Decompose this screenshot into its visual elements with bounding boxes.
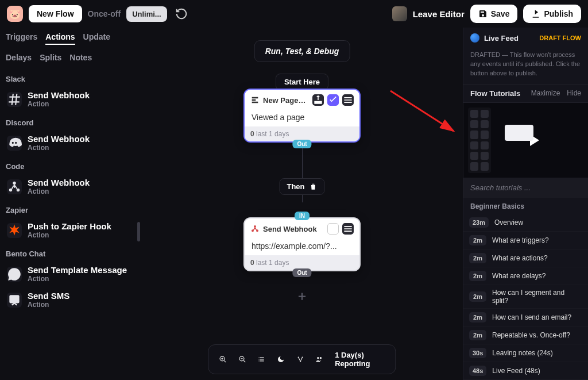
hide-button[interactable]: Hide: [567, 89, 581, 97]
users-icon[interactable]: [316, 354, 324, 364]
action-title: Send Webhook: [28, 90, 90, 100]
topbar: 🐷 New Flow Once-off Unlimi... Leave Edit…: [0, 0, 588, 28]
moon-icon[interactable]: [277, 354, 285, 364]
tutorial-name: What are actions?: [492, 254, 548, 262]
tab-actions[interactable]: Actions: [45, 32, 75, 45]
node-title: New Pagevie...: [263, 96, 309, 105]
publish-label: Publish: [544, 9, 573, 18]
tutorial-item[interactable]: 2mRepeatable vs. Once-off?: [463, 327, 588, 344]
tab-delays[interactable]: Delays: [6, 53, 32, 66]
tutorial-item[interactable]: 30sLeaving notes (24s): [463, 344, 588, 362]
run-test-debug-button[interactable]: Run, Test, & Debug: [254, 40, 350, 62]
action-item[interactable]: Send WebhookAction: [0, 130, 141, 156]
leave-editor-button[interactable]: Leave Editor: [413, 9, 465, 19]
sidebar-scrollbar[interactable]: [137, 222, 140, 241]
publish-icon: [531, 9, 540, 18]
group-label: Bento Chat: [0, 244, 141, 262]
node-check-icon[interactable]: [327, 94, 339, 106]
svg-rect-3: [9, 295, 19, 303]
unlimited-chip[interactable]: Unlimi...: [126, 6, 167, 22]
tutorial-item[interactable]: 2mHow can I send an email?: [463, 309, 588, 327]
list-icon[interactable]: [258, 354, 266, 364]
tab-triggers[interactable]: Triggers: [6, 32, 37, 45]
chat-icon: [7, 267, 22, 282]
action-item[interactable]: Send WebhookAction: [0, 87, 141, 113]
publish-button[interactable]: Publish: [523, 5, 581, 23]
group-label: Zapier: [0, 200, 141, 218]
action-item[interactable]: Send Template MessageAction: [0, 262, 141, 287]
flow-canvas[interactable]: Run, Test, & Debug Start Here New Pagevi…: [141, 28, 463, 380]
flow-tutorials-title: Flow Tutorials: [470, 89, 524, 98]
trigger-node[interactable]: New Pagevie... Viewed a page 0 last 1 da…: [243, 89, 361, 143]
then-pill[interactable]: Then: [279, 178, 324, 195]
tutorial-item[interactable]: 2mWhat are delays?: [463, 267, 588, 285]
code-icon: [7, 179, 22, 194]
tutorial-duration: 30s: [469, 348, 486, 358]
node-empty-chip[interactable]: [327, 223, 339, 235]
tutorial-duration: 2m: [469, 235, 486, 245]
tutorial-duration: 2m: [469, 312, 486, 323]
node-title: Send Webhook: [263, 225, 324, 233]
svg-point-0: [9, 188, 12, 191]
tutorial-duration: 2m: [469, 291, 486, 302]
node-menu-icon[interactable]: [342, 223, 354, 235]
svg-point-9: [297, 356, 299, 358]
app-logo[interactable]: 🐷: [7, 6, 23, 22]
action-item[interactable]: Push to Zapier HookAction: [0, 218, 141, 244]
zoom-out-icon[interactable]: [238, 354, 246, 364]
action-sub: Action: [28, 231, 111, 239]
node-menu-icon[interactable]: [342, 94, 354, 106]
node-body: Viewed a page: [245, 110, 359, 126]
in-badge: IN: [295, 212, 310, 220]
tutorial-name: Live Feed (48s): [492, 367, 540, 375]
trash-icon[interactable]: [310, 183, 318, 191]
action-title: Send Template Message: [28, 265, 127, 275]
tutorial-video[interactable]: [463, 103, 588, 178]
zoom-in-icon[interactable]: [219, 354, 227, 364]
tutorial-item[interactable]: 23mOverview: [463, 214, 588, 232]
action-title: Send Webhook: [28, 178, 90, 187]
tutorial-item[interactable]: 2mWhat are triggers?: [463, 232, 588, 250]
node-export-icon[interactable]: [312, 94, 324, 106]
tutorial-item[interactable]: 2mWhat are actions?: [463, 250, 588, 267]
reload-icon[interactable]: [175, 7, 188, 20]
svg-point-1: [17, 188, 20, 191]
add-node-button[interactable]: ＋: [296, 287, 308, 305]
tab-splits[interactable]: Splits: [40, 53, 61, 66]
tutorial-name: How can I segment and split?: [492, 289, 582, 305]
tutorial-item[interactable]: 2mHow can I segment and split?: [463, 285, 588, 309]
svg-point-6: [254, 225, 256, 228]
maximize-button[interactable]: Maximize: [531, 89, 560, 97]
action-sub: Action: [28, 275, 127, 283]
tab-update[interactable]: Update: [83, 32, 110, 45]
tutorial-duration: 48s: [469, 366, 486, 376]
live-feed-title: Live Feed: [484, 34, 535, 43]
sidebar: TriggersActionsUpdateDelaysSplitsNotes S…: [0, 28, 141, 380]
tutorial-name: Overview: [494, 218, 523, 227]
action-item[interactable]: Send WebhookAction: [0, 174, 141, 200]
save-icon: [478, 9, 488, 18]
tutorial-name: Leaving notes (24s): [492, 349, 552, 357]
search-tutorials-input[interactable]: [463, 178, 588, 198]
action-item[interactable]: Send SMSAction: [0, 287, 141, 313]
zapier-icon: [7, 223, 22, 238]
branch-icon[interactable]: [296, 354, 304, 364]
new-flow-button[interactable]: New Flow: [29, 5, 82, 22]
save-button[interactable]: Save: [470, 5, 518, 23]
action-title: Push to Zapier Hook: [28, 221, 111, 231]
tutorial-duration: 2m: [469, 271, 486, 281]
action-node[interactable]: IN Send Webhook https://example.com/?...…: [243, 217, 361, 271]
tutorial-name: What are delays?: [492, 272, 546, 280]
once-off-label: Once-off: [88, 9, 121, 18]
tutorial-duration: 23m: [469, 217, 489, 228]
tutorial-name: Repeatable vs. Once-off?: [492, 331, 570, 339]
action-sub: Action: [28, 144, 90, 152]
action-sub: Action: [28, 100, 90, 108]
user-avatar[interactable]: [392, 6, 407, 21]
tutorial-item[interactable]: 48sLive Feed (48s): [463, 362, 588, 380]
bottom-toolbar: 1 Day(s) Reporting: [208, 344, 396, 374]
tab-notes[interactable]: Notes: [69, 53, 92, 66]
tutorial-duration: 2m: [469, 253, 486, 263]
svg-point-11: [300, 360, 301, 362]
reporting-label[interactable]: 1 Day(s) Reporting: [335, 351, 385, 368]
